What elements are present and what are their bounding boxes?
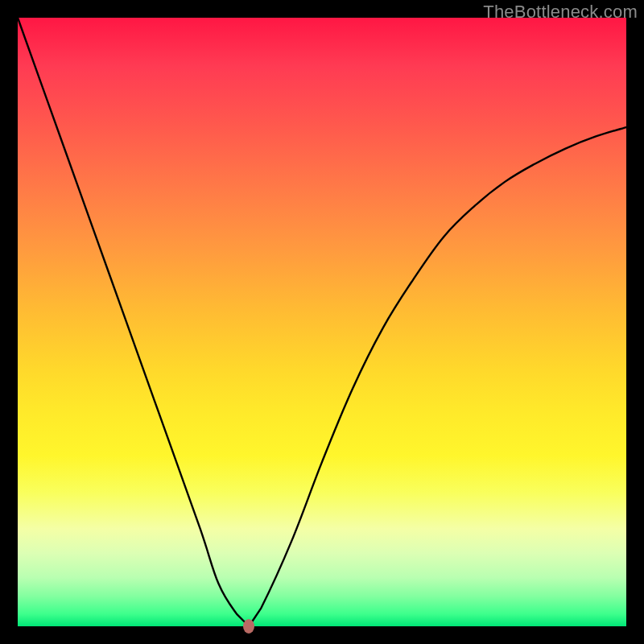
bottleneck-curve xyxy=(18,18,626,626)
plot-area xyxy=(18,18,626,626)
chart-frame: TheBottleneck.com xyxy=(0,0,644,644)
optimal-point-marker xyxy=(243,619,254,634)
